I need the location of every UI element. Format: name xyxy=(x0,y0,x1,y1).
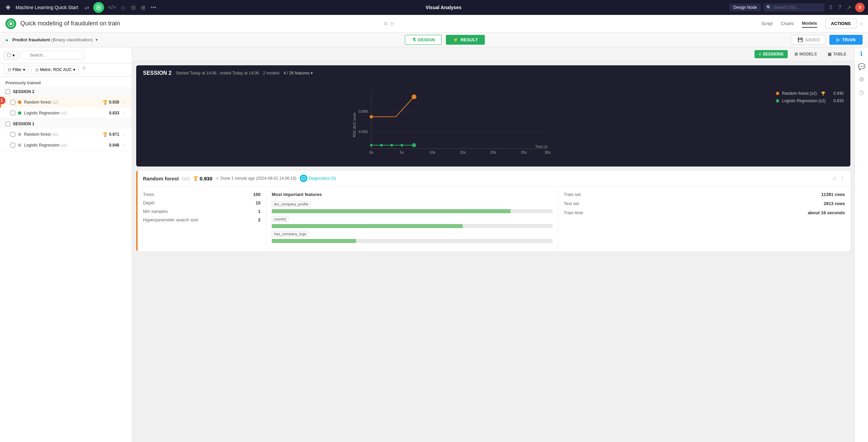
model-dot-rf-s2 xyxy=(18,101,21,104)
apps-icon[interactable]: ⠿ xyxy=(827,3,834,12)
session-chart: 0.900 0.850 ROC AUC score 0s 5s 10s 15s … xyxy=(143,84,769,159)
app-logo-icon xyxy=(3,3,13,12)
nav-models[interactable]: Models xyxy=(802,19,817,28)
table-view-btn[interactable]: ▦ TABLE xyxy=(824,50,850,58)
link-icon[interactable]: ↗ xyxy=(845,3,852,12)
model-card-actions: ☆ ⋮ xyxy=(832,175,845,182)
filter-button[interactable]: ⊟ Filter ▾ xyxy=(4,65,29,74)
session-card-meta: Started Today at 14:06 , ended Today at … xyxy=(175,71,259,75)
chart-legend: Random forest (s2) 🏆 0.930 Logistic Regr… xyxy=(776,84,844,160)
global-search-input[interactable] xyxy=(764,3,825,12)
result-button[interactable]: ⚡ RESULT xyxy=(446,35,485,45)
predict-status-icon: ● xyxy=(5,37,8,43)
user-avatar[interactable]: S xyxy=(855,3,865,12)
chat-icon[interactable]: 💬 xyxy=(858,63,865,70)
clock-icon[interactable]: ◷ xyxy=(390,21,394,26)
feature-label-len-company-profile: len_company_profile xyxy=(272,201,311,207)
model-card-done: ✓ Done 1 minute ago (2024-08-01 14:06:19… xyxy=(216,176,296,181)
copy-icon[interactable]: ⧉ xyxy=(384,21,387,26)
svg-point-1 xyxy=(7,6,9,8)
code-icon[interactable]: </> xyxy=(107,3,117,12)
select-all-checkbox[interactable] xyxy=(7,53,11,57)
svg-point-5 xyxy=(9,22,12,25)
content-area: ≡ SESSIONS ⊞ MODELS ▦ TABLE SESSION 2 St… xyxy=(132,47,854,442)
predict-label: Predict fraudulent (Binary classificatio… xyxy=(12,37,98,42)
param-value-hyperparameter: 2 xyxy=(258,217,261,222)
stats-label-train-set: Train set xyxy=(564,192,581,197)
navbar-right: ⠿ ? ↗ S xyxy=(827,3,865,12)
models-view-btn[interactable]: ⊞ MODELS xyxy=(790,50,821,58)
star-icon-rf-s2[interactable]: ☆ xyxy=(122,100,126,105)
model-rf-s1-checkbox[interactable] xyxy=(11,132,15,137)
share-icon[interactable]: ⇄ xyxy=(83,3,90,12)
metric-button[interactable]: ◎ Metric: ROC AUC ▾ xyxy=(32,65,79,74)
play-icon[interactable]: ▷ xyxy=(120,3,127,12)
svg-point-3 xyxy=(98,6,100,8)
model-row-lr-s1[interactable]: Logistic Regression (s1) 0.948 ☆ xyxy=(0,140,132,151)
actions-button[interactable]: ACTIONS xyxy=(825,19,857,28)
refresh-icon[interactable]: ↺ xyxy=(82,65,86,74)
star-icon-rf-s1[interactable]: ☆ xyxy=(122,132,126,137)
metric-icon: ◎ xyxy=(35,67,39,72)
session-2-checkbox[interactable] xyxy=(5,89,10,94)
legend-trophy-rf: 🏆 xyxy=(821,91,826,96)
model-rf-s2-checkbox[interactable] xyxy=(11,100,15,105)
trophy-icon-rf-s1: 🏆 xyxy=(103,132,108,137)
clock-side-icon[interactable]: ◷ xyxy=(859,89,864,96)
star-icon-lr-s2[interactable]: ☆ xyxy=(122,110,126,116)
chart-area: 0.900 0.850 ROC AUC score 0s 5s 10s 15s … xyxy=(136,81,850,167)
sessions-view-btn[interactable]: ≡ SESSIONS xyxy=(755,50,787,58)
more-icon[interactable]: ••• xyxy=(149,3,158,12)
diagnostics-button[interactable]: Diagnostics (3) xyxy=(300,175,336,182)
navbar: Machine Learning Quick Start ⇄ </> ▷ ⊟ ⊞… xyxy=(0,0,868,15)
predict-caret-icon[interactable]: ▾ xyxy=(96,37,98,42)
star-icon-lr-s1[interactable]: ☆ xyxy=(122,142,126,148)
session-card-features[interactable]: 4 / 26 features ▾ xyxy=(284,71,313,75)
model-row-lr-s2[interactable]: Logistic Regression (s2) 0.833 ☆ xyxy=(0,108,132,118)
info-icon[interactable]: ℹ xyxy=(860,50,863,58)
flow-icon[interactable] xyxy=(93,2,104,13)
param-depth: Depth 15 xyxy=(143,200,261,205)
model-star-icon[interactable]: ☆ xyxy=(832,175,837,182)
checkmark-icon: ✓ xyxy=(216,176,219,181)
session-1-name: SESSION 1 xyxy=(13,121,34,126)
session-2-header: SESSION 2 xyxy=(0,87,132,97)
model-lr-s2-checkbox[interactable] xyxy=(11,111,15,115)
model-row-rf-s2[interactable]: Random forest (s2) 🏆 0.930 ☆ xyxy=(0,97,132,108)
model-score-lr-s2: 0.833 xyxy=(109,111,119,115)
svg-text:30s: 30s xyxy=(544,150,551,154)
stats-label-test-set: Test set xyxy=(564,201,579,206)
model-more-icon[interactable]: ⋮ xyxy=(840,175,845,182)
green-point-5 xyxy=(412,143,416,147)
help-icon[interactable]: ? xyxy=(837,3,843,12)
sidebar-toggle-icon[interactable]: › xyxy=(861,20,863,27)
sidebar-search-input[interactable] xyxy=(21,51,84,60)
saved-button[interactable]: 💾 SAVED xyxy=(792,35,825,45)
legend-dot-lr xyxy=(776,99,779,103)
design-node-btn[interactable]: Design Node xyxy=(729,4,761,11)
model-row-rf-s1[interactable]: Random forest (s1) 🏆 0.971 ☆ xyxy=(0,129,132,140)
subheader-icons: ⧉ ◷ xyxy=(384,21,394,26)
layers-icon[interactable]: ⊟ xyxy=(130,3,137,12)
select-all-checkbox-btn[interactable]: ▾ xyxy=(4,51,18,60)
train-button[interactable]: ▷ TRAIN xyxy=(829,35,863,45)
session-1-checkbox[interactable] xyxy=(5,121,10,126)
model-score-rf-s2: 0.930 xyxy=(109,100,119,105)
metric-caret-icon: ▾ xyxy=(73,67,75,72)
features-column: Most important features len_company_prof… xyxy=(266,186,558,251)
model-dot-lr-s1 xyxy=(18,143,21,147)
svg-text:10s: 10s xyxy=(429,150,435,154)
model-lr-s1-checkbox[interactable] xyxy=(11,143,15,148)
legend-item-lr: Logistic Regression (s2) 0.833 xyxy=(776,98,844,103)
session-card-title: SESSION 2 xyxy=(143,70,171,76)
model-name-rf-s1: Random forest (s1) xyxy=(24,132,100,137)
design-button[interactable]: ⚗ DESIGN xyxy=(405,35,442,45)
model-detail-card: Random forest (s2) 🏆 0.930 ✓ Done 1 minu… xyxy=(136,171,850,251)
nav-charts[interactable]: Charts xyxy=(781,20,793,27)
model-card-trophy-icon: 🏆 xyxy=(193,176,198,181)
grid-icon[interactable]: ⊞ xyxy=(140,3,147,12)
model-card-name: Random forest xyxy=(143,176,179,181)
settings-icon[interactable]: ⚙ xyxy=(859,76,864,83)
svg-text:25s: 25s xyxy=(521,150,527,154)
nav-script[interactable]: Script xyxy=(761,20,772,27)
